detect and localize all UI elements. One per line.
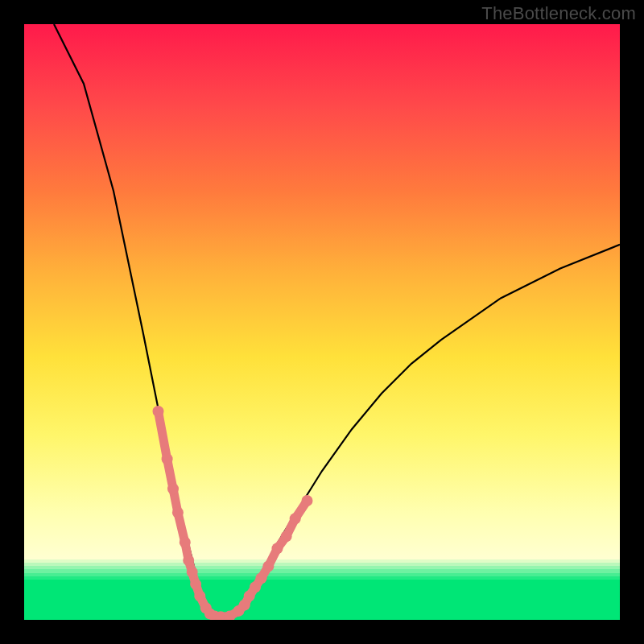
- watermark-text: TheBottleneck.com: [481, 3, 636, 24]
- chart-svg: [24, 24, 620, 620]
- marker-dot: [183, 555, 194, 566]
- chart-frame: TheBottleneck.com: [0, 0, 644, 644]
- marker-dot: [256, 572, 267, 584]
- marker-dot: [167, 483, 179, 494]
- bottleneck-curve: [54, 24, 620, 617]
- plot-area: [24, 24, 620, 620]
- marker-dot: [153, 406, 164, 417]
- marker-dot: [172, 507, 184, 518]
- marker-dot: [302, 495, 313, 506]
- marker-dot: [272, 543, 283, 554]
- marker-dot: [187, 567, 198, 578]
- marker-dot: [180, 537, 191, 548]
- marker-dot: [162, 453, 173, 464]
- marker-dot: [281, 530, 292, 542]
- marker-dots: [153, 406, 313, 620]
- marker-dot: [262, 560, 274, 572]
- marker-dot: [290, 513, 301, 524]
- marker-dot: [194, 590, 205, 601]
- marker-dot: [190, 579, 201, 590]
